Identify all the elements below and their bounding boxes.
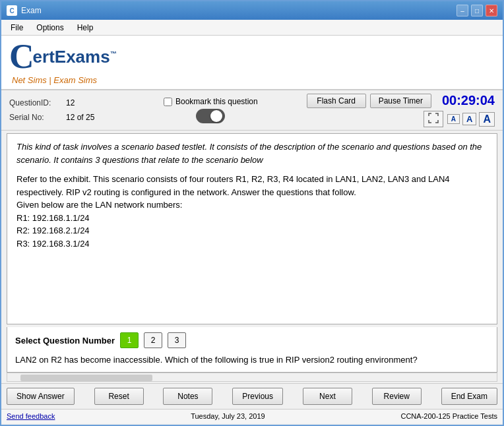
logo-main: C ertExams™ bbox=[9, 40, 117, 74]
status-date: Tuesday, July 23, 2019 bbox=[55, 412, 400, 420]
reset-button[interactable]: Reset bbox=[94, 388, 144, 405]
content-r3: R3: 192.168.3.1/24 bbox=[16, 237, 488, 251]
bookmark-checkbox[interactable] bbox=[164, 98, 172, 106]
minimize-button[interactable]: – bbox=[457, 5, 468, 16]
question-id-value: 12 bbox=[66, 98, 75, 107]
action-bar: Show Answer Reset Notes Previous Next Re… bbox=[1, 383, 503, 409]
menu-file[interactable]: File bbox=[4, 22, 30, 34]
question-id-row: QuestionID: 12 bbox=[9, 96, 115, 110]
content-r1: R1: 192.168.1.1/24 bbox=[16, 212, 488, 225]
status-product: CCNA-200-125 Practice Tests bbox=[400, 412, 497, 420]
logo-trademark: ™ bbox=[110, 50, 117, 57]
content-r2: R2: 192.168.2.1/24 bbox=[16, 224, 488, 237]
titlebar: C Exam – □ ✕ bbox=[1, 1, 503, 20]
pause-timer-button[interactable]: Pause Timer bbox=[370, 94, 431, 108]
select-question-label: Select Question Number bbox=[15, 336, 115, 346]
menubar: File Options Help bbox=[1, 20, 503, 36]
horizontal-scrollbar[interactable] bbox=[7, 373, 497, 382]
status-bar: Send feedback Tuesday, July 23, 2019 CCN… bbox=[1, 409, 503, 423]
select-question-row: Select Question Number 1 2 3 bbox=[15, 332, 489, 348]
toggle-switch[interactable] bbox=[196, 109, 225, 123]
question-number-1[interactable]: 1 bbox=[120, 332, 139, 348]
notes-button[interactable]: Notes bbox=[163, 388, 212, 405]
bookmark-row: Bookmark this question bbox=[164, 97, 258, 106]
end-exam-button[interactable]: End Exam bbox=[441, 388, 497, 405]
close-button[interactable]: ✕ bbox=[486, 5, 497, 16]
menu-options[interactable]: Options bbox=[30, 22, 70, 34]
question-number-3[interactable]: 3 bbox=[168, 332, 186, 348]
question-text: LAN2 on R2 has become inaccessible. Whic… bbox=[15, 353, 489, 367]
toggle-knob bbox=[210, 110, 222, 122]
serial-row: Serial No: 12 of 25 bbox=[9, 110, 115, 125]
review-button[interactable]: Review bbox=[372, 388, 422, 405]
window-controls: – □ ✕ bbox=[457, 5, 497, 16]
question-id-area: QuestionID: 12 Serial No: 12 of 25 bbox=[9, 96, 115, 125]
scrollbar-thumb[interactable] bbox=[20, 375, 152, 381]
question-info-bar: QuestionID: 12 Serial No: 12 of 25 Bookm… bbox=[1, 90, 503, 131]
toggle-row bbox=[196, 109, 225, 123]
menu-help[interactable]: Help bbox=[71, 22, 100, 34]
timer-display: 00:29:04 bbox=[435, 93, 495, 108]
logo-area: C ertExams™ Net Sims | Exam Sims bbox=[1, 36, 503, 90]
logo-brand: ertExams™ bbox=[33, 47, 117, 67]
maximize-button[interactable]: □ bbox=[471, 5, 483, 16]
next-button[interactable]: Next bbox=[303, 388, 352, 405]
serial-value: 12 of 25 bbox=[66, 113, 94, 122]
app-icon: C bbox=[7, 5, 17, 16]
font-large-button[interactable]: A bbox=[479, 112, 495, 127]
content-network-intro: Given below are the LAN network numbers: bbox=[16, 198, 488, 212]
action-buttons-top: Flash Card Pause Timer 00:29:04 A A A bbox=[307, 93, 495, 127]
logo: C ertExams™ Net Sims | Exam Sims bbox=[9, 40, 117, 85]
content-text[interactable]: This kind of task involves a scenario ba… bbox=[7, 134, 497, 324]
flash-card-button[interactable]: Flash Card bbox=[307, 94, 366, 108]
font-small-button[interactable]: A bbox=[447, 114, 460, 124]
logo-subtitle: Net Sims | Exam Sims bbox=[12, 75, 117, 85]
question-id-label: QuestionID: bbox=[9, 98, 62, 107]
font-medium-button[interactable]: A bbox=[462, 113, 476, 125]
font-size-controls: A A A bbox=[447, 112, 495, 127]
question-selector: Select Question Number 1 2 3 LAN2 on R2 … bbox=[7, 327, 497, 373]
content-body: Refer to the exhibit. This scenario cons… bbox=[16, 173, 488, 198]
serial-label: Serial No: bbox=[9, 113, 62, 122]
previous-button[interactable]: Previous bbox=[232, 388, 283, 405]
window-title: Exam bbox=[21, 6, 457, 15]
logo-letter: C bbox=[9, 40, 34, 74]
content-intro: This kind of task involves a scenario ba… bbox=[16, 140, 488, 166]
send-feedback-link[interactable]: Send feedback bbox=[7, 412, 55, 420]
show-answer-button[interactable]: Show Answer bbox=[7, 388, 75, 405]
bookmark-label: Bookmark this question bbox=[175, 97, 258, 106]
question-number-2[interactable]: 2 bbox=[144, 332, 162, 348]
content-area: This kind of task involves a scenario ba… bbox=[7, 133, 497, 324]
bookmark-toggle-area: Bookmark this question bbox=[115, 97, 307, 123]
expand-button[interactable] bbox=[424, 111, 443, 127]
